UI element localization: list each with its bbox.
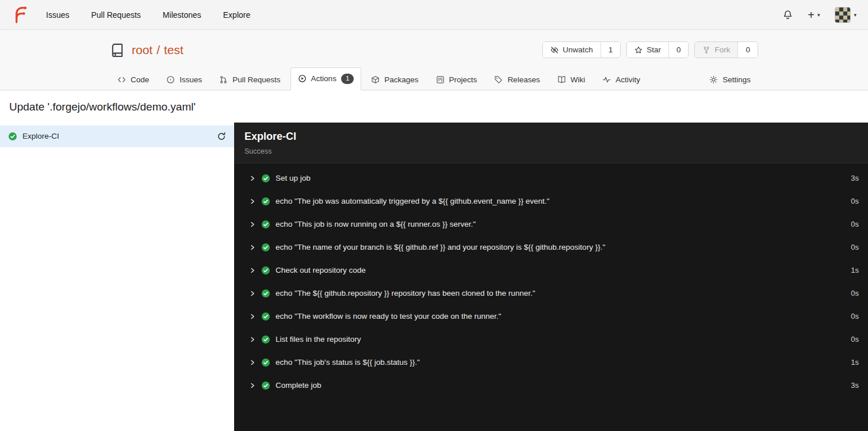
step-row[interactable]: echo "This job's status is ${{ job.statu… bbox=[234, 351, 868, 374]
star-button[interactable]: Star bbox=[627, 42, 669, 58]
forgejo-logo-icon[interactable] bbox=[12, 6, 29, 24]
step-label: Set up job bbox=[276, 174, 311, 182]
chevron-right-icon[interactable] bbox=[249, 221, 256, 228]
fork-button[interactable]: Fork bbox=[695, 42, 738, 58]
chevron-right-icon[interactable] bbox=[249, 267, 256, 274]
book-icon bbox=[557, 75, 566, 84]
sidebar-job-explore-ci[interactable]: Explore-CI bbox=[0, 125, 234, 147]
step-row[interactable]: echo "This job is now running on a ${{ r… bbox=[234, 213, 868, 236]
stars-count[interactable]: 0 bbox=[669, 42, 689, 58]
tab-activity[interactable]: Activity bbox=[595, 69, 648, 90]
run-job-title: Explore-CI bbox=[244, 131, 858, 143]
star-label: Star bbox=[647, 45, 661, 54]
step-row[interactable]: echo "The ${{ github.repository }} repos… bbox=[234, 282, 868, 305]
repo-action-buttons: Unwatch 1 Star 0 bbox=[542, 41, 758, 58]
tab-projects[interactable]: Projects bbox=[429, 69, 485, 90]
tab-pull-requests[interactable]: Pull Requests bbox=[212, 69, 288, 90]
job-name: Explore-CI bbox=[22, 132, 59, 140]
tab-releases[interactable]: Releases bbox=[487, 69, 547, 90]
chevron-right-icon[interactable] bbox=[249, 290, 256, 297]
success-check-icon bbox=[261, 358, 270, 367]
repo-title: root / test bbox=[132, 43, 183, 57]
tab-label: Activity bbox=[615, 75, 640, 84]
step-label: echo "The job was automatically triggere… bbox=[276, 197, 549, 205]
chevron-right-icon[interactable] bbox=[249, 175, 256, 182]
tab-wiki[interactable]: Wiki bbox=[550, 69, 593, 90]
run-title-row: Update '.forgejo/workflows/demo.yaml' bbox=[0, 90, 868, 123]
tab-label: Packages bbox=[384, 75, 418, 84]
step-list: Set up job 3s echo "The job was automati… bbox=[234, 163, 868, 401]
step-duration: 1s bbox=[851, 358, 859, 367]
step-row[interactable]: echo "The job was automatically triggere… bbox=[234, 190, 868, 213]
navbar-item-milestones[interactable]: Milestones bbox=[163, 10, 201, 20]
step-duration: 0s bbox=[851, 243, 859, 251]
navbar-item-pull-requests[interactable]: Pull Requests bbox=[91, 10, 140, 20]
star-icon bbox=[634, 46, 643, 54]
tab-label: Releases bbox=[507, 75, 540, 84]
eye-off-icon bbox=[550, 46, 559, 54]
chevron-down-icon: ▾ bbox=[817, 12, 820, 18]
tab-settings[interactable]: Settings bbox=[702, 69, 758, 90]
page-title: Update '.forgejo/workflows/demo.yaml' bbox=[9, 101, 859, 113]
step-label: echo "The workflow is now ready to test … bbox=[276, 312, 501, 321]
chevron-right-icon[interactable] bbox=[249, 198, 256, 205]
tag-icon bbox=[494, 75, 503, 84]
chevron-right-icon[interactable] bbox=[249, 382, 256, 389]
step-row[interactable]: echo "The name of your branch is ${{ git… bbox=[234, 236, 868, 259]
unwatch-button[interactable]: Unwatch bbox=[543, 42, 601, 58]
tab-actions[interactable]: Actions 1 bbox=[290, 67, 362, 90]
tab-code[interactable]: Code bbox=[110, 69, 156, 90]
step-row[interactable]: Set up job 3s bbox=[234, 167, 868, 190]
chevron-right-icon[interactable] bbox=[249, 359, 256, 366]
step-duration: 1s bbox=[851, 266, 859, 274]
step-duration: 0s bbox=[851, 289, 859, 297]
step-row[interactable]: Complete job 3s bbox=[234, 374, 868, 397]
run-log-panel: Explore-CI Success Set up job 3s echo "T… bbox=[234, 123, 868, 431]
step-row[interactable]: echo "The workflow is now ready to test … bbox=[234, 305, 868, 328]
issue-circle-icon bbox=[166, 75, 175, 84]
chevron-right-icon[interactable] bbox=[249, 244, 256, 251]
package-icon bbox=[371, 75, 380, 84]
user-menu[interactable]: ▾ bbox=[835, 7, 856, 23]
code-icon bbox=[117, 75, 126, 84]
success-check-icon bbox=[261, 335, 270, 344]
tab-label: Projects bbox=[449, 75, 477, 84]
navbar-item-explore[interactable]: Explore bbox=[223, 10, 250, 20]
step-duration: 0s bbox=[851, 220, 859, 228]
repo-name-link[interactable]: test bbox=[164, 43, 183, 57]
chevron-down-icon: ▾ bbox=[854, 12, 856, 18]
create-new-button[interactable]: + ▾ bbox=[808, 9, 820, 21]
success-check-icon bbox=[261, 312, 270, 321]
project-board-icon bbox=[436, 75, 445, 84]
tab-label: Code bbox=[131, 75, 149, 84]
success-check-icon bbox=[261, 197, 270, 206]
watchers-count[interactable]: 1 bbox=[601, 42, 621, 58]
chevron-right-icon[interactable] bbox=[249, 336, 256, 343]
pulse-icon bbox=[602, 75, 611, 84]
repository-icon bbox=[110, 43, 125, 58]
step-row[interactable]: List files in the repository 0s bbox=[234, 328, 868, 351]
success-check-icon bbox=[261, 243, 270, 252]
chevron-right-icon[interactable] bbox=[249, 313, 256, 320]
step-duration: 0s bbox=[851, 335, 859, 344]
forks-count[interactable]: 0 bbox=[738, 42, 758, 58]
tab-packages[interactable]: Packages bbox=[364, 69, 426, 90]
tab-label: Actions bbox=[311, 74, 337, 83]
rerun-refresh-icon[interactable] bbox=[217, 132, 226, 141]
success-check-icon bbox=[261, 266, 270, 275]
step-duration: 0s bbox=[851, 197, 859, 205]
step-duration: 0s bbox=[851, 312, 859, 321]
tab-issues[interactable]: Issues bbox=[159, 69, 209, 90]
run-status-text: Success bbox=[244, 147, 858, 155]
repo-owner-link[interactable]: root bbox=[132, 43, 152, 57]
step-label: echo "This job's status is ${{ job.statu… bbox=[276, 358, 420, 367]
success-check-icon bbox=[261, 220, 270, 229]
fork-icon bbox=[702, 46, 710, 54]
navbar-item-issues[interactable]: Issues bbox=[46, 10, 69, 20]
avatar[interactable] bbox=[835, 7, 851, 23]
success-check-icon bbox=[261, 289, 270, 298]
fork-label: Fork bbox=[714, 45, 730, 54]
unwatch-label: Unwatch bbox=[563, 45, 593, 54]
step-row[interactable]: Check out repository code 1s bbox=[234, 259, 868, 282]
notifications-bell-icon[interactable] bbox=[783, 10, 793, 20]
